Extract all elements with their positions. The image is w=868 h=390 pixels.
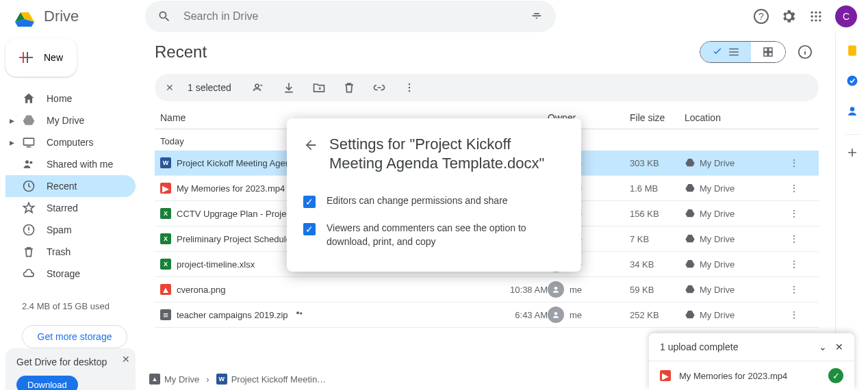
modal-title: Settings for "Project Kickoff Meeting Ag… bbox=[329, 135, 565, 174]
modal-option-editors[interactable]: ✓ Editors can change permissions and sha… bbox=[303, 187, 565, 215]
option-label: Viewers and commenters can see the optio… bbox=[327, 222, 565, 248]
checkbox-icon[interactable]: ✓ bbox=[303, 223, 316, 235]
option-label: Editors can change permissions and share bbox=[327, 194, 508, 208]
checkbox-icon[interactable]: ✓ bbox=[303, 196, 316, 208]
back-icon[interactable] bbox=[303, 138, 318, 153]
modal-backdrop: Settings for "Project Kickoff Meeting Ag… bbox=[0, 0, 868, 390]
settings-modal: Settings for "Project Kickoff Meeting Ag… bbox=[287, 118, 581, 272]
modal-option-viewers[interactable]: ✓ Viewers and commenters can see the opt… bbox=[303, 215, 565, 255]
